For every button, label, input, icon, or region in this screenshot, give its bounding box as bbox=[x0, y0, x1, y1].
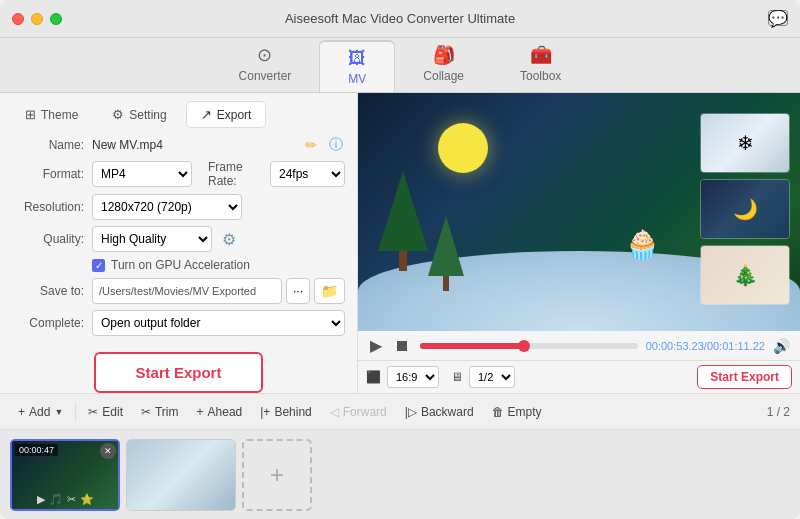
add-button[interactable]: + Add ▼ bbox=[10, 401, 71, 423]
toolbar-separator-1 bbox=[75, 402, 76, 422]
edit-button[interactable]: ✂ Edit bbox=[80, 401, 131, 423]
film-cut-icon: ✂ bbox=[67, 493, 76, 506]
film-item-1[interactable]: 00:00:47 ✕ ▶ 🎵 ✂ ⭐ bbox=[10, 439, 120, 511]
close-button[interactable] bbox=[12, 13, 24, 25]
quality-row: Quality: High Quality ⚙ bbox=[12, 226, 345, 252]
sub-tabs: ⊞ Theme ⚙ Setting ↗ Export bbox=[0, 93, 357, 128]
app-window: Aiseesoft Mac Video Converter Ultimate 💬… bbox=[0, 0, 800, 519]
gingerbread-decoration: 🧁 bbox=[625, 228, 660, 261]
thumbnail-3: 🎄 bbox=[700, 245, 790, 305]
bottom-toolbar: + Add ▼ ✂ Edit ✂ Trim + Ahead |+ Behind … bbox=[0, 393, 800, 429]
complete-select[interactable]: Open output folder bbox=[92, 310, 345, 336]
export-icon: ↗ bbox=[201, 107, 212, 122]
behind-label: Behind bbox=[274, 405, 311, 419]
resolution-row: Resolution: 1280x720 (720p) bbox=[12, 194, 345, 220]
empty-label: Empty bbox=[508, 405, 542, 419]
trim-icon: ✂ bbox=[141, 405, 151, 419]
backward-icon: |▷ bbox=[405, 405, 417, 419]
setting-icon: ⚙ bbox=[112, 107, 124, 122]
time-current: 00:00:53.23 bbox=[646, 340, 704, 352]
name-edit-button[interactable]: ✏ bbox=[303, 137, 319, 153]
empty-button[interactable]: 🗑 Empty bbox=[484, 401, 550, 423]
time-total: 00:01:11.22 bbox=[707, 340, 765, 352]
quality-gear-button[interactable]: ⚙ bbox=[220, 230, 238, 249]
format-label: Format: bbox=[12, 167, 84, 181]
tree-mid bbox=[428, 216, 464, 291]
film-add-button[interactable]: + bbox=[242, 439, 312, 511]
ahead-button[interactable]: + Ahead bbox=[189, 401, 251, 423]
nav-tab-converter-label: Converter bbox=[239, 69, 292, 83]
film-audio-icon: 🎵 bbox=[49, 493, 63, 506]
quality-select[interactable]: High Quality bbox=[92, 226, 212, 252]
behind-button[interactable]: |+ Behind bbox=[252, 401, 320, 423]
filmstrip: 00:00:47 ✕ ▶ 🎵 ✂ ⭐ + bbox=[0, 429, 800, 519]
right-panel: ❄ 🌙 🎄 🧁 ▶ ⏹ bbox=[358, 93, 800, 393]
frame-rate-select[interactable]: 24fps bbox=[270, 161, 345, 187]
start-export-button[interactable]: Start Export bbox=[94, 352, 264, 393]
trim-label: Trim bbox=[155, 405, 179, 419]
aspect-ratio-select[interactable]: 16:9 bbox=[387, 366, 439, 388]
title-bar-right: 💬 bbox=[768, 10, 788, 28]
play-button[interactable]: ▶ bbox=[368, 336, 384, 355]
playback-bar: ▶ ⏹ 00:00:53.23/00:01:11.22 🔊 bbox=[358, 331, 800, 360]
theme-icon: ⊞ bbox=[25, 107, 36, 122]
quality-icon: 🖥 bbox=[451, 370, 463, 384]
maximize-button[interactable] bbox=[50, 13, 62, 25]
backward-button[interactable]: |▷ Backward bbox=[397, 401, 482, 423]
bottom-controls: ⬛ 16:9 🖥 1/2 Start Export bbox=[358, 360, 800, 393]
minimize-button[interactable] bbox=[31, 13, 43, 25]
nav-tab-collage-label: Collage bbox=[423, 69, 464, 83]
behind-icon: |+ bbox=[260, 405, 270, 419]
chat-icon[interactable]: 💬 bbox=[768, 10, 788, 26]
format-select[interactable]: MP4 bbox=[92, 161, 192, 187]
sub-tab-setting[interactable]: ⚙ Setting bbox=[97, 101, 181, 128]
progress-fill bbox=[420, 343, 524, 349]
volume-icon[interactable]: 🔊 bbox=[773, 338, 790, 354]
sub-tab-export[interactable]: ↗ Export bbox=[186, 101, 267, 128]
settings-form: Name: New MV.mp4 ✏ ⓘ Format: MP4 Frame R… bbox=[0, 128, 357, 344]
forward-icon: ◁ bbox=[330, 405, 339, 419]
window-title: Aiseesoft Mac Video Converter Ultimate bbox=[285, 11, 515, 26]
thumbnail-1: ❄ bbox=[700, 113, 790, 173]
film-controls-1: ▶ 🎵 ✂ ⭐ bbox=[12, 493, 118, 506]
edit-label: Edit bbox=[102, 405, 123, 419]
gpu-row: ✓ Turn on GPU Acceleration bbox=[12, 258, 345, 272]
thumb-1-bg: ❄ bbox=[701, 114, 789, 172]
name-info-button[interactable]: ⓘ bbox=[327, 136, 345, 154]
progress-bar[interactable] bbox=[420, 343, 638, 349]
trim-button[interactable]: ✂ Trim bbox=[133, 401, 187, 423]
nav-tab-toolbox-label: Toolbox bbox=[520, 69, 561, 83]
nav-tab-toolbox[interactable]: 🧰 Toolbox bbox=[492, 38, 589, 92]
time-display: 00:00:53.23/00:01:11.22 bbox=[646, 340, 765, 352]
gpu-checkbox[interactable]: ✓ bbox=[92, 259, 105, 272]
complete-label: Complete: bbox=[12, 316, 84, 330]
name-row: Name: New MV.mp4 ✏ ⓘ bbox=[12, 136, 345, 154]
quality-level-select[interactable]: 1/2 bbox=[469, 366, 515, 388]
left-panel: ⊞ Theme ⚙ Setting ↗ Export Name: New MV.… bbox=[0, 93, 358, 393]
stop-button[interactable]: ⏹ bbox=[392, 337, 412, 355]
collage-icon: 🎒 bbox=[433, 44, 455, 66]
film-add-icon: + bbox=[270, 461, 284, 489]
resolution-label: Resolution: bbox=[12, 200, 84, 214]
title-bar: Aiseesoft Mac Video Converter Ultimate 💬 bbox=[0, 0, 800, 38]
browse-dots-button[interactable]: ··· bbox=[286, 278, 310, 304]
nav-tab-mv[interactable]: 🖼 MV bbox=[319, 40, 395, 92]
add-label: Add bbox=[29, 405, 50, 419]
browse-folder-button[interactable]: 📁 bbox=[314, 278, 345, 304]
sub-tab-export-label: Export bbox=[217, 108, 252, 122]
film-close-1[interactable]: ✕ bbox=[100, 443, 116, 459]
main-nav: ⊙ Converter 🖼 MV 🎒 Collage 🧰 Toolbox bbox=[0, 38, 800, 93]
film-item-2[interactable] bbox=[126, 439, 236, 511]
edit-icon: ✂ bbox=[88, 405, 98, 419]
ahead-icon: + bbox=[197, 405, 204, 419]
sub-tab-theme[interactable]: ⊞ Theme bbox=[10, 101, 93, 128]
mv-icon: 🖼 bbox=[348, 48, 366, 69]
nav-tab-collage[interactable]: 🎒 Collage bbox=[395, 38, 492, 92]
forward-button[interactable]: ◁ Forward bbox=[322, 401, 395, 423]
nav-tab-converter[interactable]: ⊙ Converter bbox=[211, 38, 320, 92]
add-plus-icon: + bbox=[18, 405, 25, 419]
thumb-2-bg: 🌙 bbox=[701, 180, 789, 238]
bottom-start-export-button[interactable]: Start Export bbox=[697, 365, 792, 389]
resolution-select[interactable]: 1280x720 (720p) bbox=[92, 194, 242, 220]
page-counter: 1 / 2 bbox=[767, 405, 790, 419]
